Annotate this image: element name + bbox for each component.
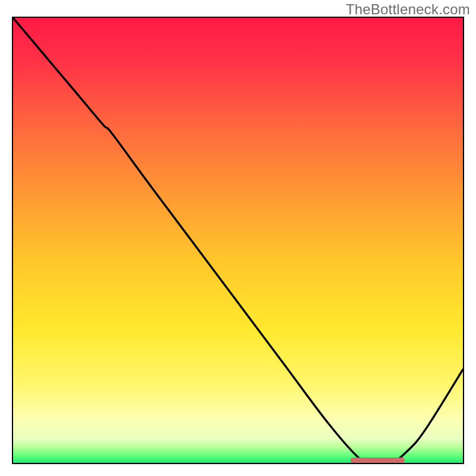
watermark-text: TheBottleneck.com [346,1,470,18]
curve-layer [13,18,463,463]
bottleneck-curve-path [13,18,463,464]
plot-area [12,17,464,464]
bottleneck-chart: TheBottleneck.com [0,0,476,476]
optimal-range-marker [350,458,405,463]
